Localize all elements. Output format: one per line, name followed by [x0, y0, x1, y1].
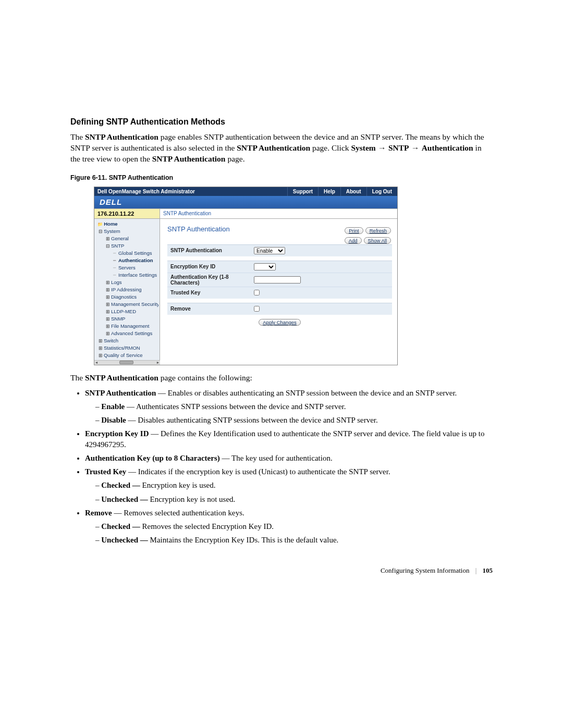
text-bold: Checked — — [101, 522, 142, 530]
list-item: Enable — Authenticates SNTP sessions bet… — [95, 401, 493, 412]
device-ip: 176.210.11.22 — [94, 209, 160, 218]
intro-paragraph: The SNTP Authentication page enables SNT… — [70, 132, 493, 165]
text: — The key used for authentication. — [220, 454, 333, 462]
tree-logs[interactable]: Logs — [96, 279, 158, 286]
text: The — [70, 373, 85, 382]
app-title: Dell OpenManage Switch Administrator — [94, 189, 287, 194]
tree-home[interactable]: Home — [96, 220, 158, 228]
text: page. — [226, 154, 245, 163]
text: Encryption key is not used. — [150, 495, 236, 503]
list-item: Encryption Key ID — Defines the Key Iden… — [85, 428, 493, 450]
text: Maintains the Encryption Key IDs. This i… — [150, 536, 339, 544]
tree-ip-addressing[interactable]: IP Addressing — [96, 286, 158, 293]
remove-checkbox[interactable] — [254, 306, 260, 312]
sub-list: Enable — Authenticates SNTP sessions bet… — [95, 401, 493, 426]
panel-remove: Remove — [167, 303, 392, 315]
text-bold: Authentication Key (up to 8 Characters) — [85, 454, 220, 462]
tree-lldp-med[interactable]: LLDP-MED — [96, 308, 158, 315]
text: The — [70, 132, 85, 141]
tree-sntp[interactable]: SNTP — [96, 242, 158, 250]
subheader: 176.210.11.22 SNTP Authentication — [94, 208, 397, 219]
page-footer: Configuring System Information | 105 — [70, 566, 493, 575]
text: — Removes selected authentication keys. — [112, 509, 244, 517]
nav-logout[interactable]: Log Out — [366, 187, 397, 196]
footer-separator: | — [475, 566, 477, 574]
list-item: Checked — Removes the selected Encryptio… — [95, 521, 493, 532]
list-item: Disable — Disables authenticating SNTP s… — [95, 415, 493, 425]
showall-button[interactable]: Show All — [364, 237, 391, 244]
enckey-select[interactable] — [254, 263, 276, 270]
top-nav: SupportHelpAboutLog Out — [287, 187, 397, 196]
tree-file-management[interactable]: File Management — [96, 323, 158, 330]
add-button[interactable]: Add — [345, 237, 362, 244]
arrow-icon: → — [409, 143, 422, 152]
brand-bar: DELL — [94, 196, 397, 208]
tree-interface-settings[interactable]: Interface Settings — [96, 272, 158, 279]
scroll-left-icon[interactable]: ◄ — [94, 361, 99, 364]
content-panel: SNTP Authentication Print Refresh Add Sh… — [160, 219, 397, 365]
panel-sntp-auth: SNTP Authentication Enable — [167, 244, 392, 256]
trusted-checkbox[interactable] — [254, 290, 260, 295]
list-item: SNTP Authentication — Enables or disable… — [85, 388, 493, 426]
tree-qos[interactable]: Quality of Service — [96, 352, 158, 359]
tree-scrollbar[interactable]: ◄ ► — [94, 360, 160, 365]
sntp-auth-select[interactable]: Enable — [254, 247, 285, 254]
list-item: Checked — Encryption key is used. — [95, 480, 493, 490]
tree-panel-wrap: Home System General SNTP Global Settings… — [94, 219, 160, 365]
text-bold: SNTP Authentication — [152, 154, 226, 163]
list-item: Unchecked — Maintains the Encryption Key… — [95, 535, 493, 545]
tree-diagnostics[interactable]: Diagnostics — [96, 293, 158, 301]
arrow-icon: → — [376, 143, 388, 152]
scroll-thumb[interactable] — [119, 361, 133, 364]
nav-support[interactable]: Support — [287, 187, 318, 196]
authkey-input[interactable] — [254, 276, 301, 283]
text: Removes the selected Encryption Key ID. — [142, 522, 274, 530]
tree-global-settings[interactable]: Global Settings — [96, 250, 158, 257]
tree-servers[interactable]: Servers — [96, 264, 158, 272]
screenshot-mock: Dell OpenManage Switch Administrator Sup… — [94, 187, 398, 365]
nav-help[interactable]: Help — [318, 187, 340, 196]
text-bold: Remove — [85, 509, 112, 517]
text-bold: System — [351, 143, 375, 152]
tree-statistics-rmon[interactable]: Statistics/RMON — [96, 344, 158, 352]
scroll-right-icon[interactable]: ► — [156, 361, 160, 364]
tree-general[interactable]: General — [96, 235, 158, 242]
breadcrumb: SNTP Authentication — [160, 209, 397, 218]
text-bold: SNTP — [388, 143, 409, 152]
field-label-enckey: Encryption Key ID — [170, 264, 254, 269]
text-bold: Encryption Key ID — [85, 429, 149, 438]
text: page contains the following: — [158, 373, 252, 382]
app-titlebar: Dell OpenManage Switch Administrator Sup… — [94, 187, 397, 196]
footer-section: Configuring System Information — [381, 566, 469, 574]
tree-snmp[interactable]: SNMP — [96, 315, 158, 323]
action-buttons: Print Refresh Add Show All — [345, 227, 391, 244]
text: page. Click — [310, 143, 351, 152]
tree-management-security[interactable]: Management Security — [96, 301, 158, 308]
field-label-sntp-auth: SNTP Authentication — [170, 248, 254, 253]
text: — Disables authenticating SNTP sessions … — [126, 416, 378, 424]
text-bold: Authentication — [422, 143, 473, 152]
tree-advanced-settings[interactable]: Advanced Settings — [96, 330, 158, 337]
post-figure-paragraph: The SNTP Authentication page contains th… — [70, 373, 493, 384]
list-item: Unchecked — Encryption key is not used. — [95, 494, 493, 504]
refresh-button[interactable]: Refresh — [365, 227, 391, 234]
field-label-remove: Remove — [170, 306, 254, 312]
apply-changes-button[interactable]: Apply Changes — [259, 319, 300, 326]
print-button[interactable]: Print — [345, 227, 363, 234]
text: — Enables or disables authenticating an … — [156, 389, 457, 397]
list-item: Trusted Key — Indicates if the encryptio… — [85, 466, 493, 504]
tree-authentication[interactable]: Authentication — [96, 257, 158, 264]
tree-panel: Home System General SNTP Global Settings… — [94, 219, 160, 360]
tree-switch[interactable]: Switch — [96, 337, 158, 344]
field-label-authkey: Authentication Key (1-8 Characters) — [170, 274, 254, 286]
text-bold: SNTP Authentication — [85, 389, 156, 397]
field-list: SNTP Authentication — Enables or disable… — [85, 388, 493, 546]
tree-system[interactable]: System — [96, 228, 158, 235]
panel-key: Encryption Key ID Authentication Key (1-… — [167, 261, 392, 299]
text: — Indicates if the encryption key is use… — [126, 467, 390, 476]
section-heading: Defining SNTP Authentication Methods — [70, 117, 493, 127]
document-page: Defining SNTP Authentication Methods The… — [0, 0, 563, 606]
list-item: Remove — Removes selected authentication… — [85, 508, 493, 546]
nav-about[interactable]: About — [340, 187, 366, 196]
text-bold: Unchecked — — [101, 536, 150, 544]
